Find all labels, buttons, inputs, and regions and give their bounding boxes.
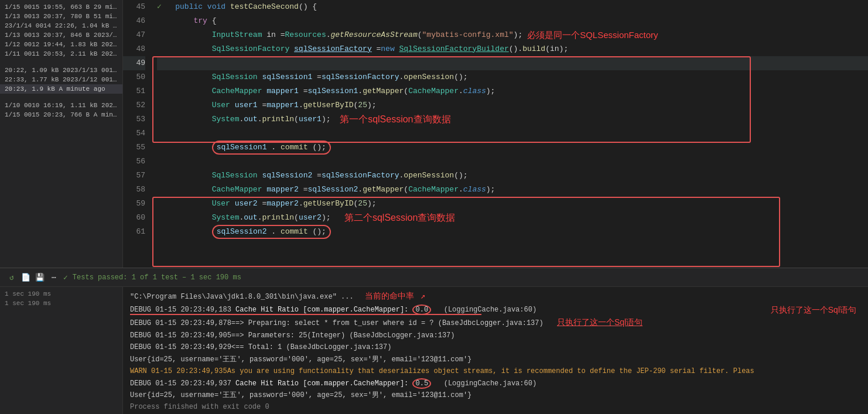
code-line-50: SqlSession sqlSession1 = sqlSessionFacto…	[157, 70, 868, 84]
code-line-48: SqlSessionFactory sqlSessionFactory = ne…	[157, 42, 868, 56]
line-num-47: 47	[123, 28, 145, 42]
annotation-hit-rate: 当前的命中率	[365, 291, 414, 300]
annotation-first-session: 第一个sqlSession查询数据	[340, 112, 450, 127]
code-line-53: System . out . println ( user1 ); 第一个sql…	[157, 112, 868, 126]
console-line-8: DEBUG 01-15 20:23:49,937 Cache Hit Ratio…	[130, 378, 861, 389]
line-num-45: 45	[123, 0, 145, 14]
code-line-52: User user1 = mapper1 . getUserByID ( 25 …	[157, 98, 868, 112]
line-num-59: 59	[123, 197, 145, 211]
circle-commit1: sqlSession1 . commit ();	[212, 141, 331, 155]
file-icon[interactable]: 📄	[21, 273, 30, 282]
cache-val-1: 0.0	[412, 304, 431, 315]
annotation-sql-only-pos: 只执行了这一个Sql语句	[771, 303, 856, 317]
line-num-60: 60	[123, 211, 145, 225]
console-line-3: DEBUG 01-15 20:23:49,878==> Preparing: s…	[130, 316, 861, 330]
console-line-9: User{id=25, username='王五', password='000…	[130, 389, 861, 401]
console-line-4: DEBUG 01-15 20:23:49,905==> Parameters: …	[130, 330, 861, 341]
line-num-57: 57	[123, 169, 145, 183]
line-num-46: 46	[123, 14, 145, 28]
file-item[interactable]: 1/11 0011 20:53, 2.11 kB 2023/1/12 01...	[0, 49, 122, 59]
save-icon[interactable]: 💾	[35, 273, 45, 282]
code-line-45: ✓ public void testCacheSecond () {	[157, 0, 868, 14]
line-num-55: 55	[123, 141, 145, 155]
cache-val-2: 0.5	[412, 378, 431, 389]
annotation-same-factory: 必须是同一个SQLSessionFactory	[527, 28, 658, 42]
code-line-51: CacheMapper mapper1 = sqlSession1 . getM…	[157, 84, 868, 98]
console-area: 1 sec 190 ms 1 sec 190 ms "C:\Program Fi…	[0, 287, 868, 414]
file-item[interactable]: 1/12 0012 19:44, 1.83 kB 2023/1/12 0012.…	[0, 40, 122, 49]
console-line-5: DEBUG 01-15 20:23:49,929<== Total: 1 (Ba…	[130, 341, 861, 353]
main-container: 1/15 0015 19:55, 663 B 29 minutes ago 1/…	[0, 0, 868, 414]
console-line-1: "C:\Program Files\Java\jdk1.8.0_301\bin\…	[130, 289, 861, 304]
code-line-49	[157, 56, 868, 70]
time-item[interactable]: 20:22, 1.09 kB 2023/1/13 0013 0:02	[0, 66, 122, 75]
file-item[interactable]: 1/13 0013 20:37, 846 B 2023/1/12 0012 2.…	[0, 30, 122, 40]
time-item2[interactable]: 1/10 0010 16:19, 1.11 kB 2023/1/13 0013.…	[0, 101, 122, 110]
console-line-7: WARN 01-15 20:23:49,935As you are using …	[130, 365, 861, 377]
code-line-46: try {	[157, 14, 868, 28]
code-line-55: sqlSession1 . commit ();	[157, 141, 868, 155]
annotation-second-session: 第二个sqlSession查询数据	[344, 210, 455, 225]
code-line-57: SqlSession sqlSession2 = sqlSessionFacto…	[157, 169, 868, 183]
code-line-47: InputStream in = Resources . getResource…	[157, 28, 868, 42]
circle-commit2: sqlSession2 . commit ();	[212, 225, 331, 239]
line-num-54: 54	[123, 126, 145, 141]
console-line-10: Process finished with exit code 0	[130, 401, 861, 413]
time-item-active[interactable]: 20:23, 1.9 kB A minute ago	[0, 84, 122, 94]
line-num-61: 61	[123, 225, 145, 239]
annotation-sql-only: 只执行了这一个Sql语句	[557, 317, 643, 327]
file-item[interactable]: 23/1/14 0014 22:26, 1.04 kB Yesterday 2.…	[0, 21, 122, 30]
code-line-58: CacheMapper mapper2 = sqlSession2 . getM…	[157, 183, 868, 197]
bottom-left-panel: 1 sec 190 ms 1 sec 190 ms	[0, 287, 123, 414]
console-line-6: User{id=25, username='王五', password='000…	[130, 354, 861, 365]
bottom-panel: ↺ 📄 💾 ⋯ ✓ Tests passed: 1 of 1 test – 1 …	[0, 268, 868, 414]
line-num-53: 53	[123, 112, 145, 126]
line-numbers: 45 46 47 48 49 50 51 52 53 54 55 56 57 5…	[123, 0, 152, 268]
line-num-50: 50	[123, 70, 145, 84]
test-result-icon: ✓	[63, 273, 68, 282]
refresh-icon[interactable]: ↺	[7, 273, 16, 282]
time-item[interactable]: 22:33, 1.77 kB 2023/1/12 0012 22:57	[0, 75, 122, 84]
code-content: 45 46 47 48 49 50 51 52 53 54 55 56 57 5…	[123, 0, 868, 268]
line-num-51: 51	[123, 84, 145, 98]
file-item[interactable]: 1/15 0015 19:55, 663 B 29 minutes ago	[0, 2, 122, 12]
line-num-56: 56	[123, 155, 145, 169]
test-result-text: Tests passed: 1 of 1 test – 1 sec 190 ms	[73, 273, 241, 282]
code-line-61: sqlSession2 . commit ();	[157, 225, 868, 239]
line-num-52: 52	[123, 98, 145, 112]
console-output: "C:\Program Files\Java\jdk1.8.0_301\bin\…	[123, 287, 868, 414]
code-line-59: User user2 = mapper2 . getUserByID ( 25 …	[157, 197, 868, 211]
more-icon[interactable]: ⋯	[49, 273, 59, 282]
code-lines: ✓ public void testCacheSecond () { try {	[152, 0, 868, 268]
line-num-48: 48	[123, 42, 145, 56]
code-area: 45 46 47 48 49 50 51 52 53 54 55 56 57 5…	[123, 0, 868, 268]
arrow-icon: ↗	[421, 292, 425, 301]
check-icon: ✓	[157, 1, 162, 13]
code-line-56	[157, 155, 868, 169]
bottom-time-1: 1 sec 190 ms	[0, 289, 122, 299]
line-num-49: 49	[123, 56, 145, 70]
code-line-54	[157, 126, 868, 141]
editor-area: 1/15 0015 19:55, 663 B 29 minutes ago 1/…	[0, 0, 868, 268]
file-panel[interactable]: 1/15 0015 19:55, 663 B 29 minutes ago 1/…	[0, 0, 123, 268]
line-num-58: 58	[123, 183, 145, 197]
bottom-time-2: 1 sec 190 ms	[0, 299, 122, 308]
file-item[interactable]: 1/13 0013 20:37, 780 B 51 minutes ago	[0, 12, 122, 21]
code-line-60: System . out . println ( user2 ); 第二个sql…	[157, 211, 868, 225]
bottom-toolbar: ↺ 📄 💾 ⋯ ✓ Tests passed: 1 of 1 test – 1 …	[0, 268, 868, 287]
console-line-2: DEBUG 01-15 20:23:49,183 Cache Hit Ratio…	[130, 304, 861, 316]
time-item2[interactable]: 1/15 0015 20:23, 766 B A minute ago	[0, 110, 122, 119]
